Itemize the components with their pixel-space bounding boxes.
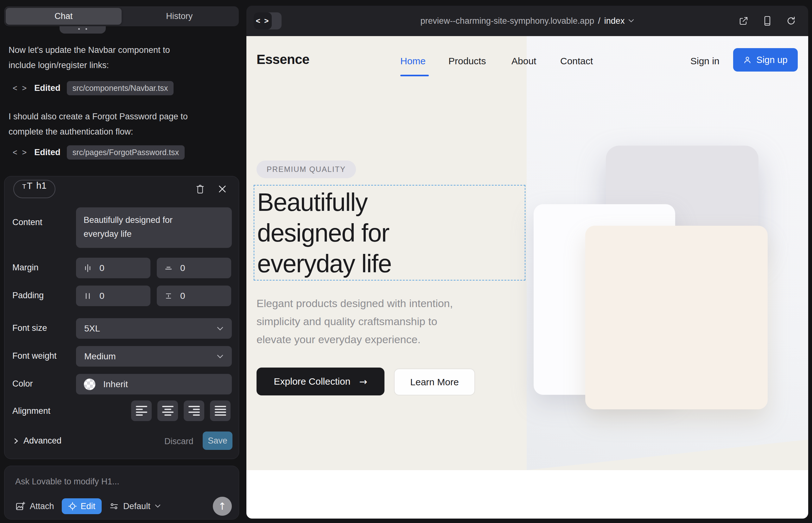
color-swatch xyxy=(84,378,96,390)
chevron-down-icon xyxy=(155,504,161,508)
chevron-down-icon xyxy=(217,326,224,331)
padding-label: Padding xyxy=(12,291,44,301)
mobile-view-button[interactable] xyxy=(763,16,772,26)
chevron-down-icon xyxy=(628,19,634,23)
element-tag-badge: TT h1 xyxy=(13,180,55,198)
sign-up-button[interactable]: Sign up xyxy=(733,48,798,72)
url-separator: / xyxy=(598,16,600,26)
content-textarea[interactable]: Beautifully designed for everyday life xyxy=(76,208,232,248)
next-section-background xyxy=(246,470,808,519)
code-icon: < > xyxy=(13,84,28,93)
font-size-label: Font size xyxy=(12,323,47,333)
nav-link-contact[interactable]: Contact xyxy=(560,56,593,67)
tab-history[interactable]: History xyxy=(122,8,237,25)
align-right-button[interactable] xyxy=(184,400,204,421)
nav-link-about[interactable]: About xyxy=(511,56,536,67)
send-arrow-icon: ↑ xyxy=(218,501,226,512)
site-logo[interactable]: Essence xyxy=(257,52,310,67)
hero-description: Elegant products designed with intention… xyxy=(257,294,453,348)
attach-button[interactable]: Attach xyxy=(15,501,54,511)
url-host: preview--charming-site-symphony.lovable.… xyxy=(421,16,595,26)
edit-mode-button[interactable]: Edit xyxy=(62,498,102,514)
color-select[interactable]: Inherit xyxy=(76,374,232,395)
code-icon: < > xyxy=(13,148,28,157)
chat-history-tabs: Chat History xyxy=(4,6,239,26)
content-label: Content xyxy=(12,217,42,227)
nav-link-home[interactable]: Home xyxy=(400,56,426,67)
chevron-down-icon xyxy=(217,354,224,359)
padding-x-input[interactable]: 0 xyxy=(76,286,151,306)
alignment-label: Alignment xyxy=(12,406,50,416)
element-editor-panel: TT h1 Content Beautifully designed for e… xyxy=(4,176,239,459)
delete-element-button[interactable] xyxy=(194,183,207,195)
active-nav-underline xyxy=(400,75,429,76)
file-chip[interactable]: src/components/Navbar.tsx xyxy=(67,81,174,95)
preview-browser-window: < > preview--charming-site-symphony.lova… xyxy=(246,6,808,519)
close-editor-button[interactable] xyxy=(216,183,229,195)
margin-y-input[interactable]: 0 xyxy=(157,258,231,278)
edited-label: Edited xyxy=(34,83,60,93)
nav-link-products[interactable]: Products xyxy=(448,56,486,67)
code-icon: < > xyxy=(254,12,272,30)
padding-y-input[interactable]: 0 xyxy=(157,286,231,306)
color-label: Color xyxy=(12,379,33,389)
align-left-button[interactable] xyxy=(131,400,152,421)
advanced-toggle[interactable]: Advanced xyxy=(14,436,61,446)
lovable-workspace: Chat History Now let's update the Navbar… xyxy=(0,0,812,523)
align-right-icon xyxy=(189,406,200,416)
explore-collection-button[interactable]: Explore Collection → xyxy=(257,367,385,395)
learn-more-button[interactable]: Learn More xyxy=(394,368,475,395)
user-icon xyxy=(743,56,752,64)
hero-badge: PREMIUM QUALITY xyxy=(257,161,356,178)
font-weight-label: Font weight xyxy=(12,351,57,361)
margin-vertical-icon xyxy=(164,264,173,273)
file-edit-row: < > Edited src/pages/ForgotPassword.tsx xyxy=(13,145,184,160)
file-chip[interactable]: src/pages/ForgotPassword.tsx xyxy=(67,145,184,160)
align-left-icon xyxy=(136,406,147,416)
browser-actions xyxy=(739,6,796,36)
send-button[interactable]: ↑ xyxy=(213,497,232,516)
target-icon xyxy=(68,502,77,511)
sliders-icon xyxy=(109,502,119,511)
sign-in-button[interactable]: Sign in xyxy=(690,56,720,67)
text-size-icon: TT xyxy=(22,180,33,191)
prompt-input-panel: Ask Lovable to modify H1... Attach xyxy=(4,466,239,520)
chat-message: I should also create a Forgot Password p… xyxy=(8,109,188,139)
trash-icon xyxy=(196,184,205,194)
margin-label: Margin xyxy=(12,263,39,273)
close-icon xyxy=(218,184,227,194)
default-mode-button[interactable]: Default xyxy=(109,502,161,511)
align-justify-button[interactable] xyxy=(210,400,231,421)
refresh-button[interactable] xyxy=(786,16,796,26)
margin-x-input[interactable]: 0 xyxy=(76,258,151,278)
align-center-button[interactable] xyxy=(157,400,178,421)
margin-horizontal-icon xyxy=(83,264,92,273)
chat-message: Now let's update the Navbar component to… xyxy=(8,42,170,73)
arrow-right-icon: → xyxy=(359,376,367,387)
tab-chat[interactable]: Chat xyxy=(6,8,122,25)
url-page: index xyxy=(604,16,625,26)
edited-label: Edited xyxy=(34,147,60,157)
font-size-select[interactable]: 5XL xyxy=(76,318,232,339)
element-tag-label: h1 xyxy=(36,180,47,191)
hero-heading[interactable]: Beautifully designed for everyday life xyxy=(257,187,391,279)
align-center-icon xyxy=(162,406,174,416)
save-button[interactable]: Save xyxy=(203,432,232,450)
font-weight-select[interactable]: Medium xyxy=(76,346,232,366)
padding-horizontal-icon xyxy=(83,291,92,301)
url-bar[interactable]: preview--charming-site-symphony.lovable.… xyxy=(246,6,808,36)
open-external-button[interactable] xyxy=(739,16,749,26)
discard-button[interactable]: Discard xyxy=(164,437,194,446)
prompt-input[interactable]: Ask Lovable to modify H1... xyxy=(15,477,119,487)
chevron-right-icon xyxy=(14,438,18,444)
align-justify-icon xyxy=(215,406,226,416)
code-preview-toggle[interactable]: < > xyxy=(254,12,282,30)
truncated-chip xyxy=(59,26,106,34)
file-edit-row: < > Edited src/components/Navbar.tsx xyxy=(13,81,174,95)
attach-image-icon xyxy=(15,501,25,511)
padding-vertical-icon xyxy=(164,291,173,301)
decor-card-beige xyxy=(585,226,768,409)
